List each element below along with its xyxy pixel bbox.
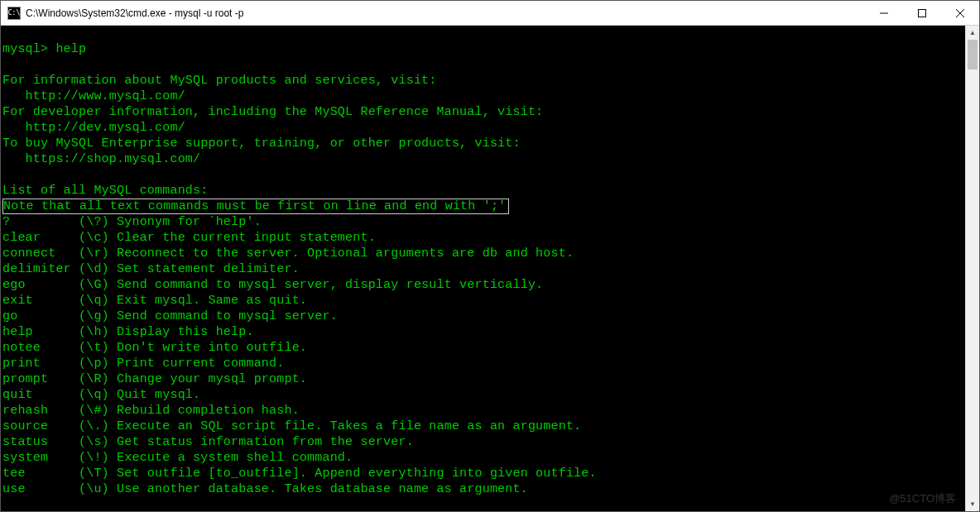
vertical-scrollbar[interactable]: ▲ ▼	[965, 26, 979, 511]
note-line-boxed: Note that all text commands must be firs…	[2, 199, 509, 214]
info-url: https://shop.mysql.com/	[2, 152, 200, 166]
info-line: For information about MySQL products and…	[2, 74, 436, 88]
scroll-thumb[interactable]	[968, 40, 978, 69]
window-title: C:\Windows\System32\cmd.exe - mysql -u r…	[26, 7, 865, 19]
close-button[interactable]	[941, 1, 979, 25]
svg-rect-1	[919, 9, 926, 17]
app-icon: C:\	[7, 7, 21, 20]
commands-header: List of all MySQL commands:	[2, 184, 208, 198]
command-row: connect (\r) Reconnect to the server. Op…	[2, 246, 574, 261]
scroll-up-arrow-icon[interactable]: ▲	[966, 26, 979, 40]
command-row: prompt (\R) Change your mysql prompt.	[2, 372, 307, 386]
titlebar[interactable]: C:\ C:\Windows\System32\cmd.exe - mysql …	[1, 1, 979, 26]
command-row: clear (\c) Clear the current input state…	[2, 231, 376, 245]
info-url: http://www.mysql.com/	[2, 89, 185, 103]
command-row: status (\s) Get status information from …	[2, 435, 414, 449]
minimize-icon	[880, 9, 888, 17]
command-row: notee (\t) Don't write into outfile.	[2, 341, 307, 355]
info-line: For developer information, including the…	[2, 105, 543, 119]
command-row: tee (\T) Set outfile [to_outfile]. Appen…	[2, 467, 597, 481]
maximize-button[interactable]	[903, 1, 941, 25]
info-line: To buy MySQL Enterprise support, trainin…	[2, 136, 521, 151]
command-row: source (\.) Execute an SQL script file. …	[2, 419, 581, 433]
command-row: system (\!) Execute a system shell comma…	[2, 451, 353, 465]
command-row: use (\u) Use another database. Takes dat…	[2, 482, 528, 496]
maximize-icon	[918, 9, 926, 17]
command-row: quit (\q) Quit mysql.	[2, 388, 200, 402]
window-controls	[865, 1, 979, 25]
terminal-output[interactable]: mysql> help For information about MySQL …	[1, 26, 965, 511]
info-url: http://dev.mysql.com/	[2, 121, 185, 135]
cmd-window: C:\ C:\Windows\System32\cmd.exe - mysql …	[0, 0, 980, 512]
command-row: help (\h) Display this help.	[2, 325, 254, 339]
command-row: go (\g) Send command to mysql server.	[2, 309, 338, 323]
command-row: rehash (\#) Rebuild completion hash.	[2, 404, 300, 418]
command-row: ? (\?) Synonym for `help'.	[2, 215, 262, 229]
command-row: print (\p) Print current command.	[2, 356, 284, 371]
minimize-button[interactable]	[865, 1, 903, 25]
command-row: delimiter (\d) Set statement delimiter.	[2, 262, 300, 276]
scroll-down-arrow-icon[interactable]: ▼	[966, 497, 979, 511]
command-row: ego (\G) Send command to mysql server, d…	[2, 278, 543, 292]
command-row: exit (\q) Exit mysql. Same as quit.	[2, 294, 307, 308]
prompt-line: mysql> help	[2, 42, 86, 56]
close-icon	[956, 9, 964, 17]
client-area: mysql> help For information about MySQL …	[1, 26, 979, 511]
